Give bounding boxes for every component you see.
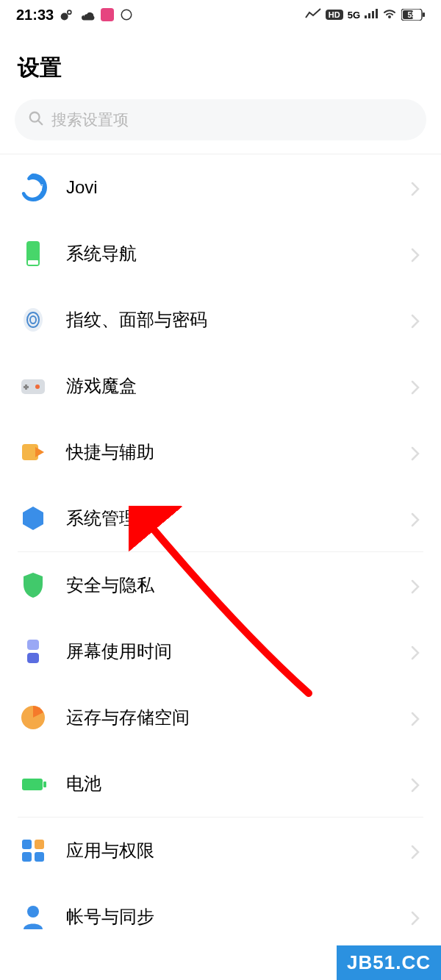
hourglass-icon [18,636,49,667]
item-label: 系统管理 [66,507,392,530]
svg-point-17 [24,308,43,332]
signal-icon [365,8,378,21]
status-time: 21:33 [16,7,54,24]
search-input[interactable]: 搜索设置项 [15,99,426,140]
svg-rect-2 [101,8,114,21]
person-icon [18,901,49,932]
chevron-right-icon [410,181,423,194]
watermark: JB51.CC [337,945,441,980]
jovi-icon: Jovi [18,172,49,203]
svg-rect-32 [22,852,32,862]
item-label: 应用与权限 [66,839,392,862]
item-screentime[interactable]: 屏幕使用时间 [0,618,441,684]
svg-rect-7 [376,9,378,18]
chevron-right-icon [410,379,423,393]
svg-rect-16 [28,260,38,265]
weibo-icon [60,7,74,22]
item-label: 帐号与同步 [66,905,392,929]
item-label: 电池 [66,772,392,795]
gamepad-icon [18,371,49,401]
network-type: 5G [348,10,360,21]
svg-point-34 [27,906,39,918]
settings-list: Jovi Jovi 系统导航 指纹、面部与密码 游戏魔盒 [0,154,441,950]
svg-rect-30 [22,840,32,849]
svg-point-1 [68,10,71,14]
svg-rect-10 [423,12,425,17]
item-apps[interactable]: 应用与权限 [0,818,441,884]
search-icon [28,110,44,129]
hexagon-icon [18,503,49,534]
arrow-right-icon [18,437,49,468]
wifi-icon [382,8,397,21]
cloud-icon [80,7,95,22]
status-left: 21:33 [16,7,133,24]
svg-rect-4 [365,15,367,18]
svg-rect-5 [368,13,370,18]
chevron-right-icon [410,313,423,326]
chevron-right-icon [410,512,423,525]
chevron-right-icon [410,645,423,658]
item-navigation[interactable]: 系统导航 [0,221,441,287]
status-bar: 21:33 HD 5G 55 [0,0,441,29]
chevron-right-icon [410,777,423,790]
chevron-right-icon [410,247,423,260]
svg-rect-22 [24,386,29,388]
chevron-right-icon [410,446,423,459]
item-storage[interactable]: 运存与存储空间 [0,684,441,751]
fingerprint-icon [18,304,49,335]
phone-nav-icon [18,238,49,269]
chevron-right-icon [410,844,423,857]
item-gamebox[interactable]: 游戏魔盒 [0,353,441,419]
item-security[interactable]: 安全与隐私 [0,552,441,618]
svg-rect-26 [27,653,39,663]
item-battery[interactable]: 电池 [0,751,441,817]
item-shortcut[interactable]: 快捷与辅助 [0,419,441,485]
svg-text:Jovi: Jovi [24,182,43,193]
svg-rect-25 [27,640,39,650]
item-account[interactable]: 帐号与同步 [0,884,441,950]
search-placeholder: 搜索设置项 [51,110,129,130]
chevron-right-icon [410,910,423,923]
item-biometric[interactable]: 指纹、面部与密码 [0,287,441,353]
svg-point-0 [61,13,68,21]
item-label: 安全与隐私 [66,573,392,597]
svg-rect-28 [22,779,43,790]
item-label: 系统导航 [66,242,392,265]
item-system-management[interactable]: 系统管理 [0,485,441,551]
item-label: Jovi [66,177,392,198]
item-label: 指纹、面部与密码 [66,308,392,332]
item-label: 运存与存储空间 [66,706,392,729]
battery-icon: 55 [401,9,425,21]
app-badge-icon [101,8,114,21]
pie-chart-icon [18,702,49,733]
search-container: 搜索设置项 [0,99,441,154]
apps-grid-icon [18,835,49,866]
item-label: 快捷与辅助 [66,440,392,464]
svg-rect-29 [43,782,46,787]
svg-line-13 [38,121,43,125]
speed-indicator-icon [305,8,321,21]
status-right: HD 5G 55 [305,8,425,21]
item-label: 游戏魔盒 [66,374,392,398]
svg-text:55: 55 [407,11,416,19]
hd-badge: HD [326,10,343,20]
chevron-right-icon [410,711,423,724]
battery-icon [18,768,49,799]
svg-rect-31 [35,840,44,849]
chevron-right-icon [410,579,423,592]
svg-rect-6 [372,11,374,18]
shield-icon [18,570,49,601]
item-jovi[interactable]: Jovi Jovi [0,154,441,221]
svg-rect-33 [35,852,44,862]
page-title: 设置 [0,29,441,99]
item-label: 屏幕使用时间 [66,640,392,663]
svg-point-23 [35,385,40,389]
circle-icon [120,8,133,21]
svg-point-3 [121,10,132,20]
